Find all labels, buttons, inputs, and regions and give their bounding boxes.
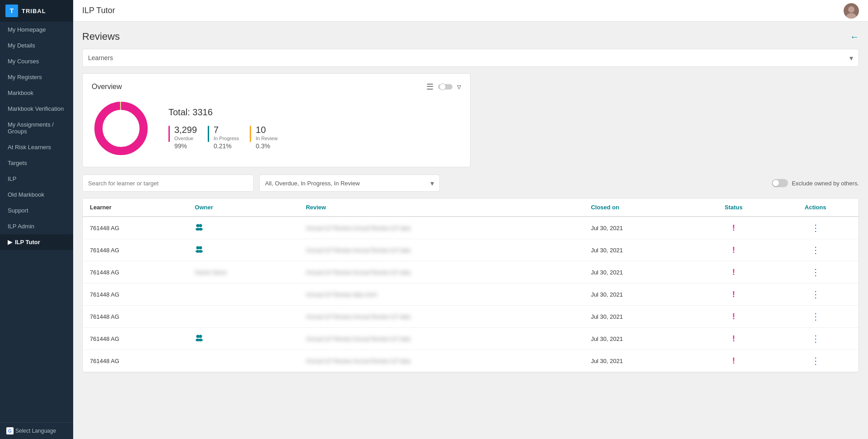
inreview-col: 10 In Review 0.3% bbox=[256, 125, 277, 150]
inreview-bar bbox=[250, 126, 251, 142]
sidebar-item-at-risk-learners[interactable]: At Risk Learners bbox=[0, 139, 73, 155]
sidebar-item-my-homepage[interactable]: My Homepage bbox=[0, 22, 73, 38]
sidebar-item-targets[interactable]: Targets bbox=[0, 155, 73, 171]
closed-on-cell: Jul 30, 2021 bbox=[583, 239, 695, 261]
table-body: 761448 AG Annual ILP R bbox=[83, 217, 859, 372]
table-row: 761448 AG Annual ILP Review Annual Revie… bbox=[83, 350, 859, 372]
status-overdue-icon: ! bbox=[702, 245, 765, 255]
avatar[interactable] bbox=[844, 3, 859, 19]
overdue-col: 3,299 Overdue 99% bbox=[174, 125, 197, 150]
owner-cell bbox=[187, 239, 299, 261]
inprogress-col: 7 In Progress 0.21% bbox=[214, 125, 239, 150]
sidebar-item-support[interactable]: Support bbox=[0, 203, 73, 218]
learners-dropdown-label: Learners bbox=[88, 54, 113, 61]
svg-point-1 bbox=[846, 13, 856, 19]
col-header-closed-on: Closed on bbox=[583, 198, 695, 217]
sidebar-item-markbook-verification[interactable]: Markbook Verification bbox=[0, 101, 73, 117]
filter-icon[interactable]: ▿ bbox=[457, 82, 461, 92]
inprogress-label: In Progress bbox=[214, 136, 239, 141]
learner-cell: 761448 AG bbox=[83, 283, 187, 306]
toggle-icon[interactable] bbox=[438, 83, 453, 91]
overdue-label: Overdue bbox=[174, 136, 197, 141]
search-wrap bbox=[82, 175, 254, 192]
actions-menu-icon[interactable]: ⋮ bbox=[779, 245, 851, 255]
owner-cell: Owner Name bbox=[187, 261, 299, 283]
actions-cell[interactable]: ⋮ bbox=[772, 306, 859, 328]
actions-menu-icon[interactable]: ⋮ bbox=[779, 333, 851, 344]
actions-cell[interactable]: ⋮ bbox=[772, 328, 859, 350]
sidebar-nav: My Homepage My Details My Courses My Reg… bbox=[0, 22, 73, 422]
owner-cell bbox=[187, 217, 299, 239]
learners-dropdown[interactable]: Learners ▾ bbox=[82, 49, 859, 67]
status-overdue-icon: ! bbox=[702, 312, 765, 321]
overview-header: Overview ☰ ▿ bbox=[92, 82, 461, 92]
closed-on-cell: Jul 30, 2021 bbox=[583, 350, 695, 372]
table-row: 761448 AG Owner Name Annual ILP Review A… bbox=[83, 261, 859, 283]
actions-cell[interactable]: ⋮ bbox=[772, 350, 859, 372]
svg-point-16 bbox=[196, 335, 200, 338]
status-filter-dropdown[interactable]: All, Overdue, In Progress, In Review ▾ bbox=[259, 175, 440, 192]
sidebar-item-ilp[interactable]: ILP bbox=[0, 171, 73, 187]
sidebar-footer: G Select Language bbox=[0, 422, 73, 439]
col-header-review: Review bbox=[299, 198, 583, 217]
review-cell: Annual ILP Review Annual Review ILP data bbox=[299, 350, 583, 372]
learner-cell: 761448 AG bbox=[83, 328, 187, 350]
owner-group-icon bbox=[195, 245, 204, 255]
col-header-status: Status bbox=[695, 198, 773, 217]
table-row: 761448 AG Annual ILP Review Annual Revie… bbox=[83, 306, 859, 328]
svg-point-3 bbox=[439, 84, 446, 90]
sidebar-item-markbook[interactable]: Markbook bbox=[0, 85, 73, 101]
owner-cell bbox=[187, 283, 299, 306]
inreview-label: In Review bbox=[256, 136, 277, 141]
status-overdue-icon: ! bbox=[702, 334, 765, 344]
owner-cell bbox=[187, 328, 299, 350]
inprogress-pct: 0.21% bbox=[214, 142, 239, 150]
actions-cell[interactable]: ⋮ bbox=[772, 239, 859, 261]
svg-point-9 bbox=[199, 224, 202, 227]
exclude-toggle[interactable] bbox=[772, 179, 788, 187]
select-language-label[interactable]: Select Language bbox=[15, 428, 56, 434]
learner-cell: 761448 AG bbox=[83, 261, 187, 283]
brand-name: TRIBAL bbox=[22, 8, 46, 14]
svg-point-8 bbox=[196, 224, 200, 227]
sidebar-item-old-markbook[interactable]: Old Markbook bbox=[0, 187, 73, 203]
status-cell: ! bbox=[695, 283, 773, 306]
status-cell: ! bbox=[695, 239, 773, 261]
status-overdue-icon: ! bbox=[702, 290, 765, 299]
sidebar-item-my-assignments-groups[interactable]: My Assignments / Groups bbox=[0, 117, 73, 139]
status-overdue-icon: ! bbox=[702, 268, 765, 277]
list-view-icon[interactable]: ☰ bbox=[426, 82, 434, 92]
svg-point-12 bbox=[196, 246, 200, 249]
learner-cell: 761448 AG bbox=[83, 239, 187, 261]
search-input[interactable] bbox=[88, 180, 248, 187]
actions-menu-icon[interactable]: ⋮ bbox=[779, 267, 851, 278]
sidebar-item-my-details[interactable]: My Details bbox=[0, 38, 73, 53]
status-cell: ! bbox=[695, 350, 773, 372]
back-button[interactable]: ← bbox=[850, 32, 859, 42]
overview-stats: Total: 3316 3,299 Overdue 99% bbox=[168, 107, 278, 150]
actions-menu-icon[interactable]: ⋮ bbox=[779, 289, 851, 300]
sidebar-item-ilp-tutor[interactable]: ▶ ILP Tutor bbox=[0, 234, 73, 250]
sidebar-item-my-registers[interactable]: My Registers bbox=[0, 69, 73, 85]
review-cell: Annual ILP Review Annual Review ILP data bbox=[299, 217, 583, 239]
actions-cell[interactable]: ⋮ bbox=[772, 261, 859, 283]
actions-menu-icon[interactable]: ⋮ bbox=[779, 355, 851, 366]
actions-cell[interactable]: ⋮ bbox=[772, 217, 859, 239]
owner-group-icon bbox=[195, 223, 204, 232]
content-area: Reviews ← Learners ▾ Overview ☰ bbox=[73, 22, 868, 439]
main-area: ILP Tutor Reviews ← Learners ▾ Overview … bbox=[73, 0, 868, 439]
actions-menu-icon[interactable]: ⋮ bbox=[779, 222, 851, 233]
sidebar-item-my-courses[interactable]: My Courses bbox=[0, 53, 73, 69]
filter-row: All, Overdue, In Progress, In Review ▾ E… bbox=[82, 175, 859, 192]
learner-cell: 761448 AG bbox=[83, 350, 187, 372]
col-header-learner: Learner bbox=[83, 198, 187, 217]
learner-cell: 761448 AG bbox=[83, 306, 187, 328]
sidebar-header: T TRIBAL bbox=[0, 0, 73, 22]
svg-point-11 bbox=[198, 228, 203, 231]
google-icon: G bbox=[6, 427, 14, 434]
actions-menu-icon[interactable]: ⋮ bbox=[779, 311, 851, 322]
table-row: 761448 AG Annual ILP Review data short J… bbox=[83, 283, 859, 306]
actions-cell[interactable]: ⋮ bbox=[772, 283, 859, 306]
sidebar-item-ilp-admin[interactable]: ILP Admin bbox=[0, 218, 73, 234]
stat-inreview: 10 In Review 0.3% bbox=[250, 125, 277, 150]
